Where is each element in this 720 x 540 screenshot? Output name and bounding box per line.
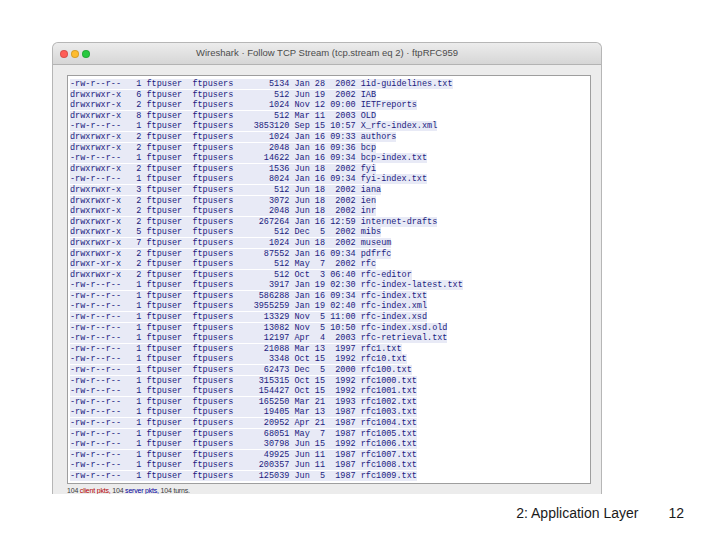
tcp-stream-content-pane[interactable]: -rw-r--r-- 1 ftpuser ftpusers 5134 Jan 2… xyxy=(67,75,591,484)
listing-row: drwxrwxr-x 5 ftpuser ftpusers 512 Dec 5 … xyxy=(70,227,590,238)
stats-prefix: 104 xyxy=(67,487,80,494)
listing-row: -rw-r--r-- 1 ftpuser ftpusers 5134 Jan 2… xyxy=(70,79,590,90)
listing-row: drwxrwxr-x 8 ftpuser ftpusers 512 Mar 11… xyxy=(70,111,590,122)
stats-mid: 104 xyxy=(111,487,126,494)
listing-row: -rw-r--r-- 1 ftpuser ftpusers 13329 Nov … xyxy=(70,312,590,323)
stats-client-label: client pkts, xyxy=(80,487,111,494)
listing-row: -rw-r--r-- 1 ftpuser ftpusers 200357 Jun… xyxy=(70,460,590,471)
listing-row: -rw-r--r-- 1 ftpuser ftpusers 21088 Mar … xyxy=(70,344,590,355)
footer-section-title: 2: Application Layer xyxy=(516,505,638,521)
listing-row: drwxrwxr-x 3 ftpuser ftpusers 512 Jun 18… xyxy=(70,185,590,196)
listing-row: -rw-r--r-- 1 ftpuser ftpusers 3955259 Ja… xyxy=(70,301,590,312)
listing-row: drwxrwxr-x 2 ftpuser ftpusers 2048 Jun 1… xyxy=(70,206,590,217)
listing-row: drwxr-xr-x 2 ftpuser ftpusers 512 May 7 … xyxy=(70,259,590,270)
window-title: Wireshark · Follow TCP Stream (tcp.strea… xyxy=(53,47,601,58)
listing-row: drwxrwxr-x 2 ftpuser ftpusers 1024 Nov 1… xyxy=(70,100,590,111)
listing-row: -rw-r--r-- 1 ftpuser ftpusers 62473 Dec … xyxy=(70,365,590,376)
listing-row: drwxrwxr-x 2 ftpuser ftpusers 267264 Jan… xyxy=(70,217,590,228)
listing-row: -rw-r--r-- 1 ftpuser ftpusers 165250 Mar… xyxy=(70,397,590,408)
listing-row: -rw-r--r-- 1 ftpuser ftpusers 68051 May … xyxy=(70,429,590,440)
listing-row: -rw-r--r-- 1 ftpuser ftpusers 19405 Mar … xyxy=(70,407,590,418)
window-titlebar[interactable]: Wireshark · Follow TCP Stream (tcp.strea… xyxy=(53,43,601,65)
footer-page-number: 12 xyxy=(668,505,684,521)
listing-row: drwxrwxr-x 2 ftpuser ftpusers 2048 Jan 1… xyxy=(70,143,590,154)
listing-row: -rw-r--r-- 1 ftpuser ftpusers 8024 Jan 1… xyxy=(70,174,590,185)
listing-row: -rw-r--r-- 1 ftpuser ftpusers 13082 Nov … xyxy=(70,323,590,334)
listing-row: -rw-r--r-- 1 ftpuser ftpusers 3917 Jan 1… xyxy=(70,280,590,291)
listing-row: -rw-r--r-- 1 ftpuser ftpusers 154427 Oct… xyxy=(70,386,590,397)
listing-row: -rw-r--r-- 1 ftpuser ftpusers 12197 Apr … xyxy=(70,333,590,344)
listing-row: drwxrwxr-x 6 ftpuser ftpusers 512 Jun 19… xyxy=(70,90,590,101)
stats-suffix: 104 turns. xyxy=(159,487,190,494)
listing-row: -rw-r--r-- 1 ftpuser ftpusers 586288 Jan… xyxy=(70,291,590,302)
listing-row: -rw-r--r-- 1 ftpuser ftpusers 315315 Oct… xyxy=(70,376,590,387)
stream-stats-label: 104 client pkts, 104 server pkts, 104 tu… xyxy=(67,487,190,494)
wireshark-follow-stream-window: Wireshark · Follow TCP Stream (tcp.strea… xyxy=(52,42,602,494)
listing-row: -rw-r--r-- 1 ftpuser ftpusers 20952 Apr … xyxy=(70,418,590,429)
slide: Wireshark · Follow TCP Stream (tcp.strea… xyxy=(0,0,720,540)
listing-row: -rw-r--r-- 1 ftpuser ftpusers 49925 Jun … xyxy=(70,450,590,461)
listing-row: drwxrwxr-x 2 ftpuser ftpusers 1024 Jan 1… xyxy=(70,132,590,143)
listing-row: -rw-r--r-- 1 ftpuser ftpusers 30798 Jun … xyxy=(70,439,590,450)
listing-row: drwxrwxr-x 2 ftpuser ftpusers 87552 Jan … xyxy=(70,249,590,260)
listing-row: drwxrwxr-x 7 ftpuser ftpusers 1024 Jun 1… xyxy=(70,238,590,249)
listing-row: drwxrwxr-x 2 ftpuser ftpusers 3072 Jun 1… xyxy=(70,196,590,207)
listing-row: -rw-r--r-- 1 ftpuser ftpusers 14622 Jan … xyxy=(70,153,590,164)
listing-row: -rw-r--r-- 1 ftpuser ftpusers 125039 Jun… xyxy=(70,471,590,482)
listing-row: drwxrwxr-x 2 ftpuser ftpusers 1536 Jun 1… xyxy=(70,164,590,175)
listing-row: -rw-r--r-- 1 ftpuser ftpusers 3853120 Se… xyxy=(70,121,590,132)
listing-row: drwxrwxr-x 2 ftpuser ftpusers 512 Oct 3 … xyxy=(70,270,590,281)
listing-row: -rw-r--r-- 1 ftpuser ftpusers 3348 Oct 1… xyxy=(70,354,590,365)
slide-footer: 2: Application Layer 12 xyxy=(516,505,684,521)
stats-server-label: server pkts, xyxy=(125,487,159,494)
